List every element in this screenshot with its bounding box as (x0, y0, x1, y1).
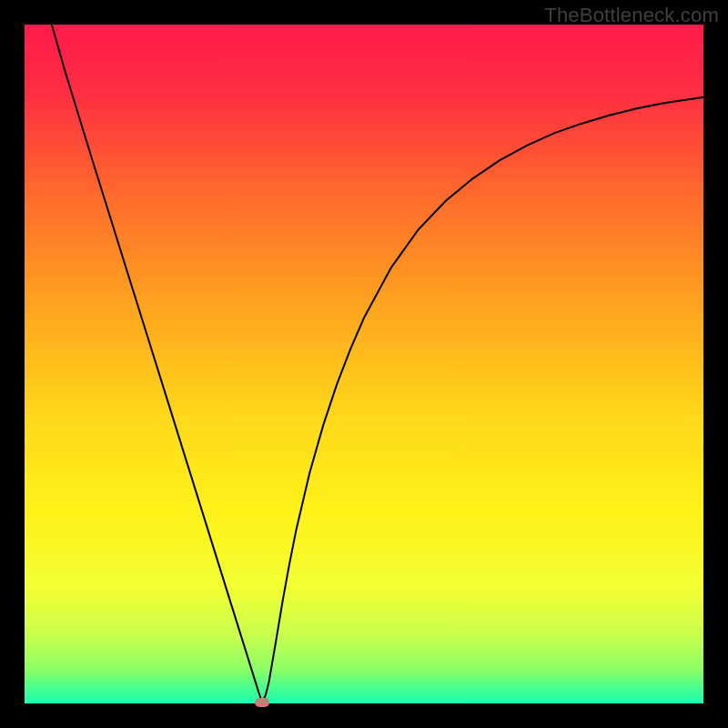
chart-frame: TheBottleneck.com (0, 0, 728, 728)
optimum-marker (255, 698, 269, 707)
gradient-background (25, 25, 703, 703)
chart-svg (25, 25, 703, 703)
watermark-text: TheBottleneck.com (544, 4, 719, 27)
plot-area (25, 25, 703, 703)
